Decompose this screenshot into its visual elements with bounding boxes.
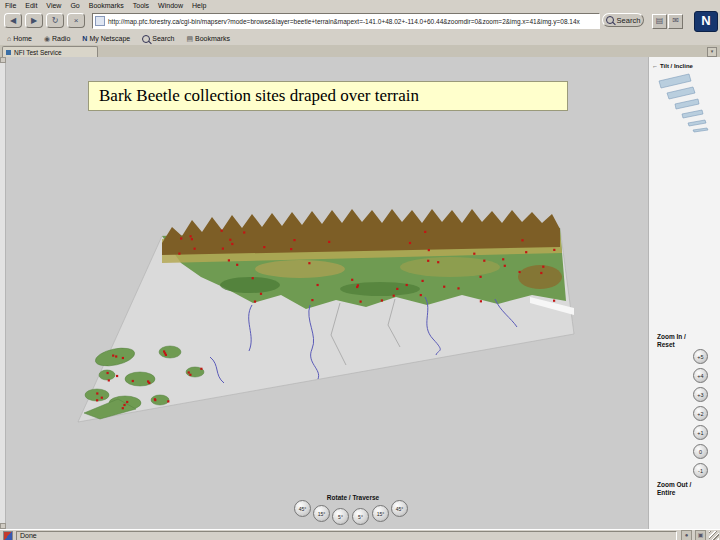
- page-content: Bark Beetle collection sites draped over…: [0, 57, 720, 529]
- status-icon: [3, 531, 13, 540]
- search-button-label: Search: [617, 16, 641, 25]
- zoom-button[interactable]: +1: [693, 425, 708, 440]
- rotate-button[interactable]: 45°: [391, 500, 408, 517]
- radio-icon: ◉: [44, 35, 50, 42]
- print-icon[interactable]: ▤: [652, 14, 667, 29]
- rotate-traverse-label: Rotate / Traverse: [298, 494, 408, 501]
- tilt-fan-control[interactable]: [657, 73, 715, 135]
- browser-window: File Edit View Go Bookmarks Tools Window…: [0, 0, 720, 540]
- rotate-button[interactable]: 15°: [372, 505, 389, 522]
- toolbar-search-label: Search: [152, 35, 174, 42]
- back-icon[interactable]: ◀: [4, 13, 22, 28]
- rotate-button[interactable]: 15°: [313, 505, 330, 522]
- tilt-arrow-icon: ←: [652, 63, 658, 69]
- toolbar-radio-label: Radio: [52, 35, 70, 42]
- mail-icon[interactable]: ✉: [668, 14, 683, 29]
- zoom-out-line1: Zoom Out /: [657, 481, 691, 489]
- tilt-label-text: Tilt / Incline: [660, 63, 693, 69]
- search-icon: [142, 35, 150, 43]
- zoom-button[interactable]: +5: [693, 349, 708, 364]
- zoom-in-line1: Zoom In /: [657, 333, 686, 341]
- toolbar-my-netscape[interactable]: N My Netscape: [82, 35, 130, 42]
- toolbar-bookmarks[interactable]: ▤ Bookmarks: [186, 35, 230, 42]
- bookmarks-icon: ▤: [186, 35, 193, 42]
- status-text: Done: [20, 532, 37, 539]
- menu-go[interactable]: Go: [70, 2, 79, 9]
- navigation-toolbar: ◀ ▶ ↻ × http://map.pfc.forestry.ca/cgi-b…: [0, 10, 720, 33]
- menu-window[interactable]: Window: [158, 2, 183, 9]
- tilt-incline-label: ← Tilt / Incline: [652, 63, 693, 69]
- menu-view[interactable]: View: [46, 2, 61, 9]
- zoom-button[interactable]: 0: [693, 444, 708, 459]
- netscape-logo[interactable]: N: [694, 11, 718, 32]
- tab-list-icon[interactable]: ▾: [707, 47, 717, 57]
- zoom-in-line2: Reset: [657, 341, 686, 349]
- menu-edit[interactable]: Edit: [25, 2, 37, 9]
- toolbar-home-label: Home: [13, 35, 32, 42]
- toolbar-my-netscape-label: My Netscape: [89, 35, 130, 42]
- forward-icon[interactable]: ▶: [25, 13, 43, 28]
- resize-grip-icon[interactable]: [709, 531, 719, 540]
- menu-tools[interactable]: Tools: [133, 2, 149, 9]
- toolbar-bookmarks-label: Bookmarks: [195, 35, 230, 42]
- menu-file[interactable]: File: [5, 2, 16, 9]
- page-title: Bark Beetle collection sites draped over…: [88, 81, 568, 111]
- zoom-out-line2: Entire: [657, 489, 691, 497]
- page-icon: [95, 16, 105, 26]
- security-icon[interactable]: ●: [681, 530, 692, 540]
- toolbar-radio[interactable]: ◉ Radio: [44, 35, 70, 42]
- reload-icon[interactable]: ↻: [46, 13, 64, 28]
- search-icon: [606, 16, 614, 24]
- zoom-in-label: Zoom In / Reset: [657, 333, 686, 349]
- stop-icon[interactable]: ×: [67, 13, 85, 28]
- zoom-button[interactable]: +2: [693, 406, 708, 421]
- personal-toolbar: ⌂ Home ◉ Radio N My Netscape Search ▤ Bo…: [0, 32, 720, 46]
- status-message-pane: Done: [16, 531, 677, 540]
- zoom-out-label: Zoom Out / Entire: [657, 481, 691, 497]
- url-text: http://map.pfc.forestry.ca/cgi-bin/mapse…: [108, 18, 580, 25]
- rotate-button[interactable]: 5°: [352, 508, 369, 525]
- menu-bookmarks[interactable]: Bookmarks: [89, 2, 124, 9]
- component-icon[interactable]: ▣: [695, 530, 706, 540]
- netscape-icon: N: [82, 35, 87, 42]
- toolbar-home[interactable]: ⌂ Home: [7, 35, 32, 42]
- zoom-button[interactable]: +4: [693, 368, 708, 383]
- rotate-button[interactable]: 45°: [294, 500, 311, 517]
- zoom-button[interactable]: -1: [693, 463, 708, 478]
- toolbar-search[interactable]: Search: [142, 35, 174, 43]
- tab-icon: [6, 50, 11, 55]
- home-icon: ⌂: [7, 35, 11, 42]
- status-bar: Done ● ▣: [0, 529, 720, 540]
- search-button[interactable]: Search: [602, 13, 644, 27]
- tab-nfi-test-service[interactable]: NFI Test Service: [2, 46, 98, 57]
- menu-help[interactable]: Help: [192, 2, 206, 9]
- rotate-button[interactable]: 5°: [332, 508, 349, 525]
- url-bar[interactable]: http://map.pfc.forestry.ca/cgi-bin/mapse…: [92, 13, 600, 29]
- tab-label: NFI Test Service: [14, 49, 62, 56]
- terrain-map[interactable]: [0, 57, 648, 529]
- zoom-button[interactable]: +3: [693, 387, 708, 402]
- map-side-panel: ← Tilt / Incline Zoom In / Reset +5 +4: [648, 57, 720, 529]
